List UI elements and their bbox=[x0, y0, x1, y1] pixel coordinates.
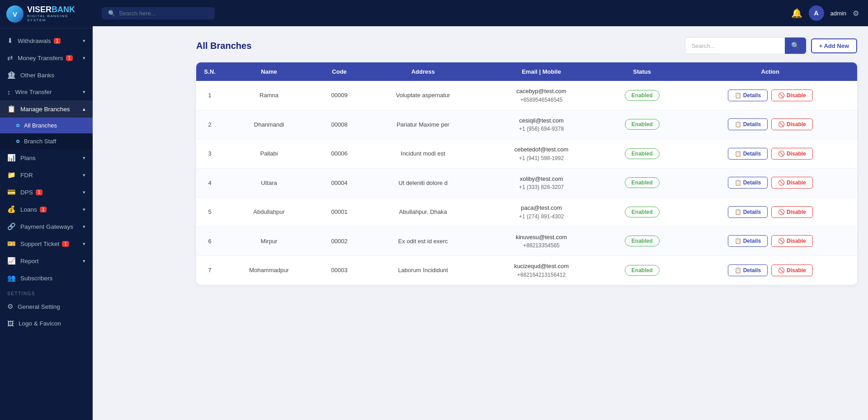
avatar: A bbox=[809, 5, 824, 21]
sidebar-item-label: Subscribers bbox=[20, 275, 52, 282]
general-setting-icon: ⚙ bbox=[7, 302, 13, 311]
loans-icon: 💰 bbox=[7, 205, 16, 213]
cell-status: Enabled bbox=[601, 227, 684, 256]
disable-icon: 🚫 bbox=[778, 179, 785, 186]
cell-action: 📋 Details 🚫 Disable bbox=[683, 168, 857, 198]
global-search[interactable]: 🔍 bbox=[102, 7, 215, 19]
sidebar-item-label: Loans bbox=[20, 206, 37, 213]
cell-action: 📋 Details 🚫 Disable bbox=[683, 81, 857, 110]
disable-button[interactable]: 🚫 Disable bbox=[771, 148, 813, 160]
disable-button[interactable]: 🚫 Disable bbox=[771, 90, 813, 101]
cell-status: Enabled bbox=[601, 110, 684, 139]
table-search-button[interactable]: 🔍 bbox=[785, 38, 806, 54]
details-button[interactable]: 📋 Details bbox=[728, 206, 768, 218]
chevron-icon: ▾ bbox=[83, 155, 85, 161]
cell-name: Pallabi bbox=[223, 139, 315, 169]
brand-tagline: DIGITAL BANKING SYSTEM bbox=[27, 14, 86, 23]
settings-gear-button[interactable]: ⚙ bbox=[853, 9, 859, 18]
notification-button[interactable]: 🔔 bbox=[791, 8, 802, 19]
sidebar-item-label: Payment Gateways bbox=[20, 223, 73, 230]
status-badge: Enabled bbox=[625, 236, 660, 246]
manage-branches-icon: 📋 bbox=[7, 105, 16, 113]
global-search-input[interactable] bbox=[119, 10, 208, 17]
status-badge: Enabled bbox=[625, 119, 660, 130]
cell-status: Enabled bbox=[601, 168, 684, 198]
add-new-button[interactable]: + Add New bbox=[811, 38, 857, 53]
disable-button[interactable]: 🚫 Disable bbox=[771, 118, 813, 130]
disable-button[interactable]: 🚫 Disable bbox=[771, 264, 813, 276]
sidebar-item-loans[interactable]: 💰 Loans 1 ▾ bbox=[0, 201, 93, 218]
sidebar: V VISERBANK DIGITAL BANKING SYSTEM ⬇ Wit… bbox=[0, 0, 93, 420]
money-transfers-badge: 1 bbox=[66, 55, 73, 61]
cell-email-mobile: paca@test.com +1 (274) 891-4302 bbox=[482, 198, 601, 227]
sidebar-item-branch-staff[interactable]: Branch Staff bbox=[0, 133, 93, 149]
cell-email-mobile: cesiqil@test.com +1 (956) 694-9378 bbox=[482, 110, 601, 139]
disable-button[interactable]: 🚫 Disable bbox=[771, 177, 813, 189]
table-search-input[interactable] bbox=[685, 39, 785, 53]
cell-address: Ex odit est id exerc bbox=[364, 227, 482, 256]
cell-address: Laborum Incididunt bbox=[364, 256, 482, 285]
sidebar-item-money-transfers[interactable]: ⇄ Money Transfers 1 ▾ bbox=[0, 49, 93, 66]
details-button[interactable]: 📋 Details bbox=[728, 177, 768, 189]
sidebar-item-fdr[interactable]: 📁 FDR ▾ bbox=[0, 166, 93, 184]
cell-sn: 2 bbox=[196, 110, 223, 139]
table-row: 7 Mohammadpur 00003 Laborum Incididunt k… bbox=[196, 256, 857, 285]
cell-sn: 5 bbox=[196, 198, 223, 227]
col-code: Code bbox=[315, 62, 364, 81]
cell-email-mobile: cebetedof@test.com +1 (941) 598-1992 bbox=[482, 139, 601, 169]
details-icon: 📋 bbox=[735, 209, 741, 215]
sidebar-item-support-ticket[interactable]: 🎫 Support Ticket 1 ▾ bbox=[0, 235, 93, 252]
table-row: 1 Ramna 00009 Voluptate aspernatur caceb… bbox=[196, 81, 857, 110]
support-ticket-icon: 🎫 bbox=[7, 240, 16, 248]
sidebar-item-general-setting[interactable]: ⚙ General Setting bbox=[0, 298, 93, 315]
col-status: Status bbox=[601, 62, 684, 81]
disable-button[interactable]: 🚫 Disable bbox=[771, 206, 813, 218]
sidebar-item-dps[interactable]: 💳 DPS 1 ▾ bbox=[0, 184, 93, 201]
sidebar-item-label: Manage Branches bbox=[20, 106, 70, 113]
cell-status: Enabled bbox=[601, 139, 684, 169]
withdrawals-icon: ⬇ bbox=[7, 37, 13, 45]
table-row: 2 Dhanmandi 00008 Pariatur Maxime per ce… bbox=[196, 110, 857, 139]
sidebar-item-plans[interactable]: 📊 Plans ▾ bbox=[0, 149, 93, 166]
details-button[interactable]: 📋 Details bbox=[728, 118, 768, 130]
col-email-mobile: Email | Mobile bbox=[482, 62, 601, 81]
sidebar-item-withdrawals[interactable]: ⬇ Withdrawals 1 ▾ bbox=[0, 32, 93, 49]
main-content: All Branches 🔍 + Add New S.N. Name Code … bbox=[185, 26, 868, 420]
table-row: 5 Abdullahpur 00001 Abullahpur, Dhaka pa… bbox=[196, 198, 857, 227]
details-button[interactable]: 📋 Details bbox=[728, 264, 768, 276]
cell-name: Uttara bbox=[223, 168, 315, 198]
sidebar-item-label: DPS bbox=[20, 189, 33, 196]
sidebar-item-subscribers[interactable]: 👥 Subscribers bbox=[0, 269, 93, 287]
sidebar-item-all-branches[interactable]: All Branches bbox=[0, 118, 93, 133]
cell-sn: 7 bbox=[196, 256, 223, 285]
sidebar-item-report[interactable]: 📈 Report ▾ bbox=[0, 252, 93, 269]
dps-badge: 1 bbox=[36, 189, 43, 195]
cell-code: 00003 bbox=[315, 256, 364, 285]
cell-code: 00006 bbox=[315, 139, 364, 169]
details-button[interactable]: 📋 Details bbox=[728, 148, 768, 160]
cell-sn: 6 bbox=[196, 227, 223, 256]
chevron-icon: ▾ bbox=[83, 258, 85, 264]
status-badge: Enabled bbox=[625, 207, 660, 217]
cell-code: 00009 bbox=[315, 81, 364, 110]
other-banks-icon: 🏦 bbox=[7, 71, 16, 79]
sidebar-item-manage-branches[interactable]: 📋 Manage Branches ▴ bbox=[0, 100, 93, 118]
disable-button[interactable]: 🚫 Disable bbox=[771, 235, 813, 247]
sidebar-item-label: Branch Staff bbox=[24, 138, 56, 145]
details-button[interactable]: 📋 Details bbox=[728, 90, 768, 101]
sidebar-item-other-banks[interactable]: 🏦 Other Banks bbox=[0, 66, 93, 84]
sidebar-item-wire-transfer[interactable]: ↕ Wire Transfer ▾ bbox=[0, 84, 93, 100]
cell-email-mobile: cacebyp@test.com +6589546546545 bbox=[482, 81, 601, 110]
sidebar-item-payment-gateways[interactable]: 🔗 Payment Gateways ▾ bbox=[0, 218, 93, 235]
cell-email-mobile: kinuvesu@test.com +88213354565 bbox=[482, 227, 601, 256]
plans-icon: 📊 bbox=[7, 154, 16, 162]
disable-icon: 🚫 bbox=[778, 121, 785, 127]
chevron-icon: ▾ bbox=[83, 189, 85, 195]
details-icon: 📋 bbox=[735, 92, 741, 99]
branches-submenu: All Branches Branch Staff bbox=[0, 118, 93, 149]
details-button[interactable]: 📋 Details bbox=[728, 235, 768, 247]
loans-badge: 1 bbox=[40, 207, 47, 212]
cell-action: 📋 Details 🚫 Disable bbox=[683, 256, 857, 285]
details-icon: 📋 bbox=[735, 179, 741, 186]
sidebar-item-logo-favicon[interactable]: 🖼 Logo & Favicon bbox=[0, 315, 93, 332]
